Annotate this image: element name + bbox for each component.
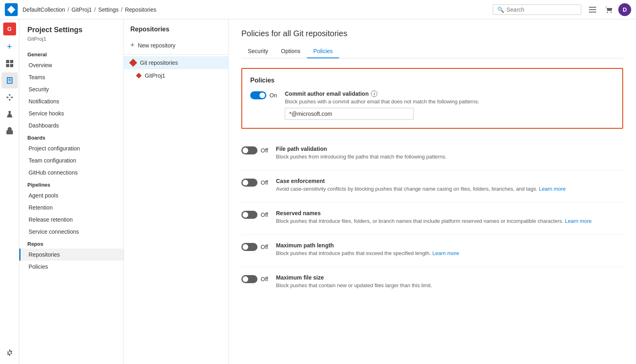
max-file-size-policy-desc: Block pushes that contain new or updated… <box>276 282 623 288</box>
svg-rect-5 <box>6 64 9 67</box>
app-logo[interactable] <box>5 3 18 16</box>
svg-rect-3 <box>6 60 9 63</box>
icon-rail: G + <box>0 19 19 364</box>
main-layout: G + Project Settings GitProj1 General Ov… <box>0 19 636 364</box>
reserved-names-policy-title: Reserved names <box>276 210 623 216</box>
repos-item-git[interactable]: Git repositories <box>124 56 228 69</box>
sidebar-item-project-config[interactable]: Project configuration <box>19 142 123 154</box>
max-path-toggle-slider <box>241 243 257 251</box>
repos-icon[interactable] <box>2 72 18 88</box>
sidebar-item-github-connections[interactable]: GitHub connections <box>19 167 123 179</box>
breadcrumb-page: Repositories <box>125 6 156 13</box>
commit-author-toggle-label: On <box>270 92 277 99</box>
reserved-names-toggle[interactable] <box>241 211 257 219</box>
commit-author-toggle-slider <box>250 91 266 99</box>
user-avatar[interactable]: D <box>618 3 631 16</box>
sidebar-item-repositories[interactable]: Repositories <box>19 249 123 261</box>
sidebar-item-security[interactable]: Security <box>19 83 123 95</box>
breadcrumb-sep3: / <box>121 6 123 13</box>
breadcrumb-sep2: / <box>94 6 96 13</box>
file-path-policy-content: File path validation Block pushes from i… <box>276 146 623 163</box>
new-repository-label: New repository <box>138 42 175 49</box>
sidebar-section-boards: Boards <box>19 132 123 142</box>
settings-sidebar: Project Settings GitProj1 General Overvi… <box>19 19 124 364</box>
tab-options[interactable]: Options <box>275 45 307 58</box>
sidebar-section-repos: Repos <box>19 238 123 249</box>
reserved-names-learn-more[interactable]: Learn more <box>565 218 591 224</box>
pipelines-icon[interactable] <box>2 89 18 105</box>
repos-divider <box>124 54 228 55</box>
cart-icon-button[interactable] <box>602 3 615 16</box>
repos-item-gitproj1[interactable]: GitProj1 <box>124 69 228 82</box>
tab-security[interactable]: Security <box>241 45 275 58</box>
sidebar-item-service-hooks[interactable]: Service hooks <box>19 107 123 119</box>
max-file-size-toggle-label: Off <box>261 276 268 282</box>
commit-author-toggle[interactable] <box>250 91 266 99</box>
org-icon[interactable]: G <box>3 23 16 35</box>
sidebar-item-service-connections[interactable]: Service connections <box>19 226 123 238</box>
breadcrumb-collection[interactable]: DefaultCollection <box>23 6 65 13</box>
repos-panel-title: Repositories <box>124 26 228 38</box>
artifacts-icon[interactable] <box>2 123 18 139</box>
test-icon[interactable] <box>2 106 18 122</box>
new-repository-button[interactable]: + New repository <box>124 38 228 53</box>
case-enforcement-policy-desc: Avoid case-sensitivity conflicts by bloc… <box>276 186 623 192</box>
commit-author-toggle-wrapper: On <box>250 91 278 99</box>
tab-policies[interactable]: Policies <box>307 45 339 58</box>
sidebar-item-policies[interactable]: Policies <box>19 261 123 273</box>
sidebar-project-name: GitProj1 <box>19 36 123 48</box>
reserved-names-policy-desc: Block pushes that introduce files, folde… <box>276 218 623 224</box>
case-enforcement-learn-more[interactable]: Learn more <box>539 186 566 192</box>
reserved-names-policy-content: Reserved names Block pushes that introdu… <box>276 210 623 227</box>
gitproj1-icon <box>136 73 142 78</box>
boards-icon[interactable] <box>2 56 18 72</box>
svg-point-8 <box>9 94 10 96</box>
search-input[interactable] <box>506 6 577 13</box>
commit-author-policy-row: On Commit author email validation i Bloc… <box>250 90 614 120</box>
breadcrumb: DefaultCollection / GitProj1 / Settings … <box>23 6 493 13</box>
sidebar-item-teams[interactable]: Teams <box>19 71 123 83</box>
git-repos-label: Git repositories <box>140 60 178 66</box>
max-file-size-toggle[interactable] <box>241 275 257 283</box>
list-icon-button[interactable] <box>586 3 599 16</box>
case-enforcement-toggle[interactable] <box>241 179 257 187</box>
sidebar-item-release-retention[interactable]: Release retention <box>19 214 123 226</box>
file-path-toggle-slider <box>241 146 257 154</box>
max-path-policy-row: Off Maximum path length Block pushes tha… <box>241 235 623 267</box>
svg-point-10 <box>9 99 10 101</box>
commit-author-email-input[interactable] <box>285 108 414 120</box>
sidebar-item-agent-pools[interactable]: Agent pools <box>19 189 123 202</box>
max-path-policy-title: Maximum path length <box>276 242 623 249</box>
sidebar-item-retention[interactable]: Retention <box>19 202 123 214</box>
case-enforcement-policy-row: Off Case enforcement Avoid case-sensitiv… <box>241 171 623 203</box>
max-file-size-toggle-wrapper: Off <box>241 275 270 283</box>
repos-panel: Repositories + New repository Git reposi… <box>124 19 228 364</box>
reserved-names-toggle-slider <box>241 211 257 219</box>
gitproj1-label: GitProj1 <box>145 72 165 79</box>
commit-author-info-icon[interactable]: i <box>371 90 377 97</box>
max-path-policy-content: Maximum path length Block pushes that in… <box>276 242 623 259</box>
sidebar-item-dashboards[interactable]: Dashboards <box>19 119 123 132</box>
max-path-policy-desc: Block pushes that introduce paths that e… <box>276 250 623 256</box>
sidebar-item-notifications[interactable]: Notifications <box>19 95 123 107</box>
svg-point-7 <box>6 97 8 98</box>
add-icon[interactable]: + <box>2 39 18 55</box>
policies-box-title: Policies <box>250 77 614 84</box>
page-title: Policies for all Git repositories <box>241 29 623 38</box>
max-file-size-policy-title: Maximum file size <box>276 274 623 281</box>
max-path-learn-more[interactable]: Learn more <box>432 250 459 256</box>
file-path-toggle[interactable] <box>241 146 257 154</box>
settings-icon[interactable] <box>2 345 18 361</box>
file-path-policy-desc: Block pushes from introducing file paths… <box>276 154 623 160</box>
breadcrumb-sep1: / <box>68 6 69 13</box>
search-box[interactable]: 🔍 <box>493 4 581 15</box>
sidebar-section-pipelines: Pipelines <box>19 179 123 189</box>
main-content: Policies for all Git repositories Securi… <box>228 19 636 364</box>
sidebar-item-team-config[interactable]: Team configuration <box>19 154 123 167</box>
sidebar-item-overview[interactable]: Overview <box>19 59 123 71</box>
max-path-toggle[interactable] <box>241 243 257 251</box>
topnav: DefaultCollection / GitProj1 / Settings … <box>0 0 636 19</box>
add-repo-icon: + <box>130 41 135 49</box>
breadcrumb-settings[interactable]: Settings <box>98 6 119 13</box>
breadcrumb-project[interactable]: GitProj1 <box>72 6 92 13</box>
